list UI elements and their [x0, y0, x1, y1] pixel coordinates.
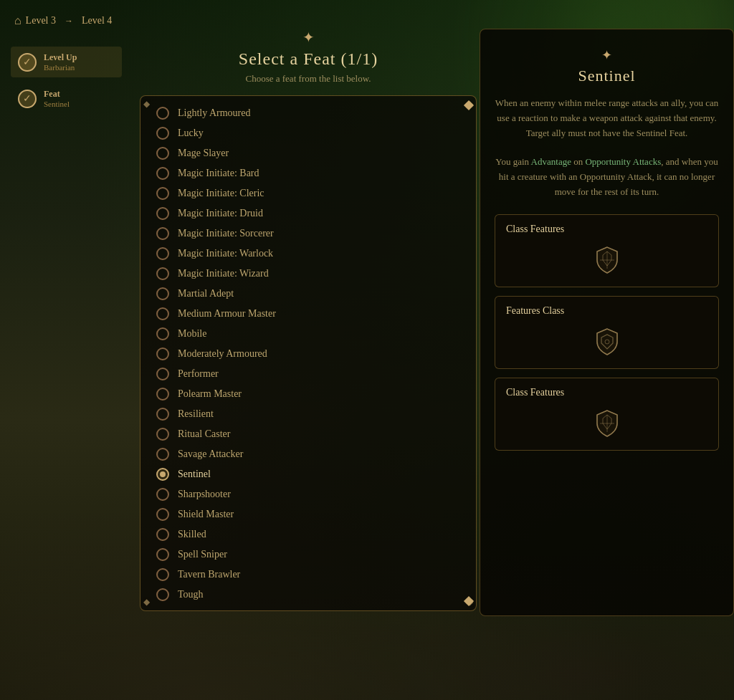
radio-mobile [156, 327, 169, 340]
feat-item-martial-adept[interactable]: Martial Adept [148, 284, 469, 304]
class-feature-icon-1 [506, 242, 707, 278]
feat-label-medium-armour-master: Medium Armour Master [178, 308, 276, 320]
radio-performer [156, 368, 169, 380]
sidebar-text-level-up: Level Up Barbarian [44, 52, 77, 72]
feat-label-polearm-master: Polearm Master [178, 388, 242, 400]
feat-item-moderately-armoured[interactable]: Moderately Armoured [148, 344, 469, 364]
feat-label-mobile: Mobile [178, 328, 206, 340]
feat-label-moderately-armoured: Moderately Armoured [178, 348, 267, 360]
feat-label-magic-initiate-sorcerer: Magic Initiate: Sorcerer [178, 228, 274, 239]
feat-item-performer[interactable]: Performer [148, 364, 469, 384]
radio-resilient [156, 408, 169, 421]
class-feature-icon-2 [506, 324, 707, 360]
radio-moderately-armoured [156, 347, 169, 360]
feat-item-magic-initiate-cleric[interactable]: Magic Initiate: Cleric [148, 183, 469, 203]
radio-magic-initiate-warlock [156, 247, 169, 260]
class-feature-card-3: Class Features [495, 378, 719, 451]
radio-tavern-brawler [156, 568, 169, 581]
class-feature-title-3: Class Features [506, 387, 707, 398]
feat-label-sentinel: Sentinel [178, 469, 211, 480]
feat-label-resilient: Resilient [178, 408, 214, 420]
feat-list-panel: ◆ ◆ ◆ ◆ Lightly ArmouredLuckyMage Slayer… [140, 95, 477, 611]
radio-spell-sniper [156, 548, 169, 561]
feat-item-magic-initiate-bard[interactable]: Magic Initiate: Bard [148, 163, 469, 183]
radio-lucky [156, 127, 169, 140]
feat-label-savage-attacker: Savage Attacker [178, 449, 243, 460]
level-to-badge: Level 4 [82, 15, 112, 27]
feat-label-lightly-armoured: Lightly Armoured [178, 107, 251, 119]
feat-item-mobile[interactable]: Mobile [148, 324, 469, 344]
radio-shield-master [156, 508, 169, 521]
feat-item-sharpshooter[interactable]: Sharpshooter [148, 484, 469, 504]
radio-sentinel [156, 468, 169, 481]
feat-label-magic-initiate-warlock: Magic Initiate: Warlock [178, 248, 273, 259]
feat-item-magic-initiate-druid[interactable]: Magic Initiate: Druid [148, 203, 469, 224]
sidebar-item-feat[interactable]: ✓ Feat Sentinel [11, 83, 122, 114]
checkmark-icon: ✓ [23, 56, 32, 68]
top-bar: ⌂ Level 3 → Level 4 [14, 14, 112, 27]
main-panel: ✦ Select a Feat (1/1) Choose a feat from… [129, 29, 487, 616]
opportunity-text: Opportunity Attacks [585, 156, 661, 167]
feat-label-spell-sniper: Spell Sniper [178, 549, 227, 560]
feat-item-polearm-master[interactable]: Polearm Master [148, 384, 469, 404]
feat-item-lightly-armoured[interactable]: Lightly Armoured [148, 103, 469, 123]
sidebar-label-level-up: Level Up [44, 52, 77, 63]
class-feature-card-1: Class Features [495, 214, 719, 287]
feat-label-martial-adept: Martial Adept [178, 288, 234, 299]
feat-item-magic-initiate-warlock[interactable]: Magic Initiate: Warlock [148, 244, 469, 264]
panel-title: Select a Feat (1/1) [239, 49, 378, 69]
feat-label-tough: Tough [178, 589, 204, 600]
radio-magic-initiate-sorcerer [156, 227, 169, 240]
radio-polearm-master [156, 388, 169, 401]
feat-item-sentinel[interactable]: Sentinel [148, 464, 469, 484]
feat-item-shield-master[interactable]: Shield Master [148, 504, 469, 524]
feat-item-tavern-brawler[interactable]: Tavern Brawler [148, 565, 469, 585]
checkmark-feat-icon: ✓ [23, 92, 32, 105]
feat-description-part1: When an enemy within melee range attacks… [495, 96, 719, 140]
feat-label-lucky: Lucky [178, 128, 204, 139]
feat-item-ritual-caster[interactable]: Ritual Caster [148, 424, 469, 444]
radio-lightly-armoured [156, 107, 169, 120]
radio-magic-initiate-wizard [156, 267, 169, 280]
feat-item-tough[interactable]: Tough [148, 585, 469, 603]
feat-label-sharpshooter: Sharpshooter [178, 489, 231, 500]
feat-item-mage-slayer[interactable]: Mage Slayer [148, 143, 469, 163]
sidebar-text-feat: Feat Sentinel [44, 89, 70, 108]
sidebar-sublabel-feat: Sentinel [44, 100, 70, 108]
feat-item-magic-initiate-sorcerer[interactable]: Magic Initiate: Sorcerer [148, 224, 469, 244]
radio-dot-sentinel [160, 471, 166, 477]
feat-label-tavern-brawler: Tavern Brawler [178, 569, 240, 580]
feat-detail-name: Sentinel [495, 67, 719, 85]
sidebar-item-level-up[interactable]: ✓ Level Up Barbarian [11, 47, 122, 77]
feat-item-lucky[interactable]: Lucky [148, 123, 469, 143]
feat-item-skilled[interactable]: Skilled [148, 524, 469, 545]
level-from-badge: ⌂ Level 3 [14, 14, 56, 27]
radio-skilled [156, 528, 169, 541]
check-circle-level-up: ✓ [18, 53, 37, 72]
feat-label-magic-initiate-cleric: Magic Initiate: Cleric [178, 188, 264, 199]
house-icon: ⌂ [14, 14, 22, 27]
feat-item-savage-attacker[interactable]: Savage Attacker [148, 444, 469, 464]
radio-magic-initiate-cleric [156, 187, 169, 200]
feat-top-ornament: ✦ [601, 47, 612, 63]
level-from-text: Level 3 [26, 15, 56, 27]
feat-label-skilled: Skilled [178, 529, 206, 540]
radio-magic-initiate-bard [156, 167, 169, 180]
feat-item-medium-armour-master[interactable]: Medium Armour Master [148, 304, 469, 324]
panel-top-ornament: ✦ [302, 29, 315, 46]
feat-item-magic-initiate-wizard[interactable]: Magic Initiate: Wizard [148, 264, 469, 284]
feat-item-spell-sniper[interactable]: Spell Sniper [148, 545, 469, 565]
sidebar: ✓ Level Up Barbarian ✓ Feat Sentinel [11, 47, 122, 114]
feat-description-part2: You gain Advantage on Opportunity Attack… [495, 155, 719, 199]
sidebar-label-feat: Feat [44, 89, 70, 100]
class-feature-title-2: Features Class [506, 305, 707, 317]
radio-magic-initiate-druid [156, 207, 169, 220]
feat-label-magic-initiate-bard: Magic Initiate: Bard [178, 168, 259, 179]
sidebar-sublabel-level-up: Barbarian [44, 63, 77, 72]
radio-mage-slayer [156, 147, 169, 160]
feat-label-performer: Performer [178, 368, 219, 380]
radio-ritual-caster [156, 428, 169, 441]
advantage-text: Advantage [531, 156, 571, 167]
feat-item-resilient[interactable]: Resilient [148, 404, 469, 424]
feat-label-shield-master: Shield Master [178, 509, 234, 520]
